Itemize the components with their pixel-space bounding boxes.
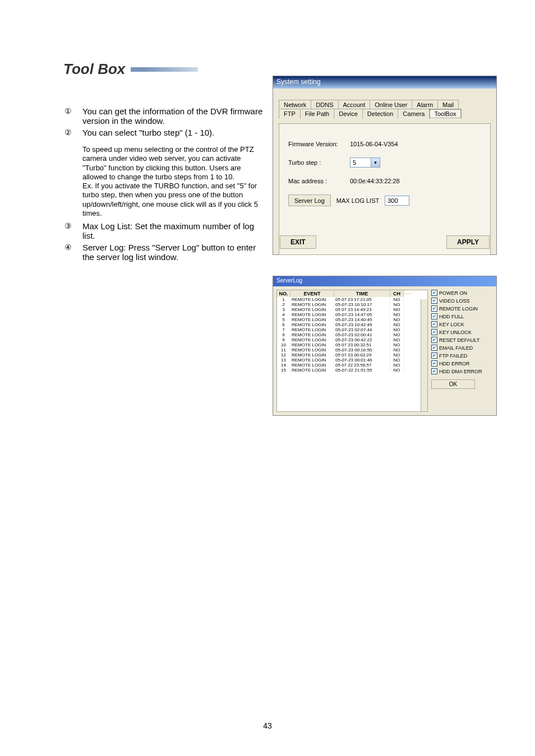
mac-label: Mac address :: [288, 178, 350, 184]
filter-email-failed[interactable]: EMAIL FAILED: [431, 345, 493, 351]
tab-file-path[interactable]: File Path: [300, 109, 334, 119]
ok-button[interactable]: OK: [431, 379, 475, 389]
chevron-down-icon[interactable]: ▼: [371, 158, 380, 167]
filter-label: EMAIL FAILED: [439, 345, 473, 351]
max-log-list-label: MAX LOG LIST: [336, 197, 379, 204]
firmware-value: 1015-06-04-V354: [350, 141, 398, 147]
checkbox-icon[interactable]: [431, 298, 437, 304]
system-setting-window: System setting NetworkDDNSAccountOnline …: [273, 76, 497, 255]
col-header[interactable]: TIME: [334, 290, 390, 297]
tab-online-user[interactable]: Online User: [370, 100, 412, 109]
firmware-label: Firmware Version:: [288, 141, 350, 147]
mac-value: 00:0e:44:33:22:28: [350, 178, 400, 184]
table-row[interactable]: 5REMOTE LOGIN05-07-23 14:40:45NO: [277, 317, 427, 322]
window-titlebar: System setting: [273, 76, 496, 89]
tab-mail[interactable]: Mail: [437, 100, 459, 109]
filter-ftp-failed[interactable]: FTP FAILED: [431, 353, 493, 359]
checkbox-icon[interactable]: [431, 305, 437, 312]
filter-reset-default[interactable]: RESET DEFAULT: [431, 337, 493, 343]
table-row[interactable]: 1REMOTE LOGIN05 07 23 17:21:05NO: [277, 297, 427, 302]
filter-hdd-dma-error[interactable]: HDD DMA ERROR: [431, 368, 493, 374]
turbo-step-value: 5: [350, 159, 371, 166]
filter-key-unlock[interactable]: KEY UNLOCK: [431, 329, 493, 335]
col-header[interactable]: NO.: [277, 290, 290, 297]
filter-label: VIDEO LOSS: [439, 298, 470, 304]
table-row[interactable]: 15REMOTE LOGIN05-07-22 21:51:55NO: [277, 368, 427, 373]
filter-key-lock[interactable]: KEY LOCK: [431, 321, 493, 327]
server-log-button[interactable]: Server Log: [288, 194, 331, 206]
filter-power-on[interactable]: POWER ON: [431, 290, 493, 296]
table-row[interactable]: 10REMOTE LOGIN05 07 23 00:32:51NO: [277, 342, 427, 347]
tab-alarm[interactable]: Alarm: [412, 100, 438, 109]
checkbox-icon[interactable]: [431, 290, 437, 296]
tab-device[interactable]: Device: [334, 109, 363, 119]
filter-hdd-error[interactable]: HDD ERROR: [431, 360, 493, 367]
tab-camera[interactable]: Camera: [398, 109, 430, 119]
tab-account[interactable]: Account: [338, 100, 371, 109]
table-row[interactable]: 6REMOTE LOGIN05-07-23 10:42:49NO: [277, 322, 427, 327]
checkbox-icon[interactable]: [431, 368, 437, 374]
tab-ftp[interactable]: FTP: [279, 109, 301, 119]
tabs: NetworkDDNSAccountOnline UserAlarmMailFT…: [279, 100, 491, 119]
filter-label: RESET DEFAULT: [439, 337, 479, 343]
checkbox-icon[interactable]: [431, 360, 437, 367]
checkbox-icon[interactable]: [431, 345, 437, 351]
exit-button[interactable]: EXIT: [280, 235, 316, 249]
filter-video-loss[interactable]: VIDEO LOSS: [431, 298, 493, 304]
enum-3: Max Log List: Set the maximum number of …: [82, 221, 266, 240]
tab-network[interactable]: Network: [279, 100, 311, 109]
filter-panel: POWER ONVIDEO LOSSREMOTE LOGINHDD FULLKE…: [431, 290, 493, 412]
turbo-step-combo[interactable]: 5 ▼: [350, 157, 380, 168]
paragraph: To speed up menu selecting or the contro…: [82, 145, 266, 218]
filter-label: HDD FULL: [439, 314, 464, 319]
checkbox-icon[interactable]: [431, 321, 437, 327]
page-title: Tool Box: [63, 61, 125, 78]
col-header[interactable]: EVENT: [290, 290, 334, 297]
checkbox-icon[interactable]: [431, 313, 437, 319]
filter-label: POWER ON: [439, 290, 467, 296]
table-row[interactable]: 4REMOTE LOGIN05-07-23 14:47:05NO: [277, 312, 427, 317]
filter-label: FTP FAILED: [439, 353, 467, 359]
filter-label: KEY LOCK: [439, 322, 464, 327]
checkbox-icon[interactable]: [431, 337, 437, 343]
table-row[interactable]: 13REMOTE LOGIN05-07-23 00:01:46NO: [277, 358, 427, 363]
page-number: 43: [0, 721, 535, 730]
server-log-titlebar: ServerLog: [273, 276, 496, 286]
enum-1: You can get the information of the DVR f…: [82, 106, 266, 126]
table-row[interactable]: 14REMOTE LOGIN05 07 22 23:56:57NO: [277, 363, 427, 368]
table-row[interactable]: 7REMOTE LOGIN05-07-23 02:07:44NO: [277, 327, 427, 332]
server-log-window: ServerLog NO.EVENTTIMECH 1REMOTE LOGIN05…: [273, 276, 497, 416]
checkbox-icon[interactable]: [431, 329, 437, 335]
table-row[interactable]: 11REMOTE LOGIN05-07-23 00:16:50NO: [277, 347, 427, 353]
checkbox-icon[interactable]: [431, 353, 437, 359]
tab-detection[interactable]: Detection: [362, 109, 398, 119]
tab-toolbox[interactable]: ToolBox: [429, 109, 461, 119]
enum-4: Server Log: Press "Server Log" button to…: [82, 243, 266, 262]
max-log-list-input[interactable]: [385, 196, 409, 206]
table-row[interactable]: 12REMOTE LOGIN05 07 23 00:02:29NO: [277, 353, 427, 358]
filter-remote-login[interactable]: REMOTE LOGIN: [431, 305, 493, 312]
table-row[interactable]: 8REMOTE LOGIN05-07-23 02:00:41NO: [277, 332, 427, 337]
log-table: NO.EVENTTIMECH 1REMOTE LOGIN05 07 23 17:…: [276, 290, 428, 412]
apply-button[interactable]: APPLY: [446, 235, 490, 249]
scrollbar[interactable]: [421, 299, 427, 411]
body-text: ①You can get the information of the DVR …: [64, 106, 266, 264]
filter-label: HDD ERROR: [439, 361, 470, 367]
table-row[interactable]: 2REMOTE LOGIN05-07-23 16:10:17NO: [277, 302, 427, 307]
table-row[interactable]: 9REMOTE LOGIN05-07-23 00:42:22NO: [277, 337, 427, 342]
col-header[interactable]: [404, 293, 411, 294]
filter-label: KEY UNLOCK: [439, 330, 472, 335]
filter-hdd-full[interactable]: HDD FULL: [431, 313, 493, 319]
table-row[interactable]: 3REMOTE LOGIN05 07 23 14:49:23NO: [277, 307, 427, 312]
col-header[interactable]: CH: [390, 290, 404, 297]
filter-label: HDD DMA ERROR: [439, 369, 482, 374]
turbo-label: Turbo step :: [288, 159, 350, 166]
tab-ddns[interactable]: DDNS: [311, 100, 338, 109]
enum-2: You can select "turbo step" (1 - 10).: [82, 128, 266, 137]
filter-label: REMOTE LOGIN: [439, 306, 478, 312]
title-decoration: [131, 67, 198, 72]
